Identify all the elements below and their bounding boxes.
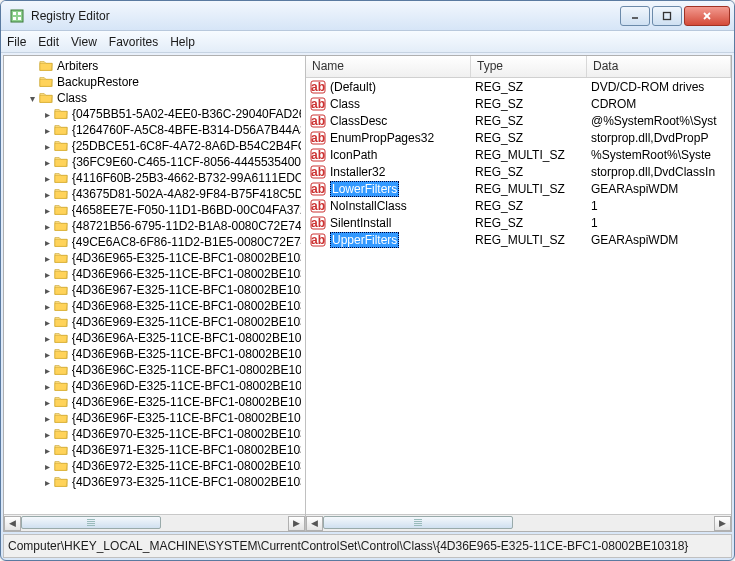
value-row[interactable]: IconPathREG_MULTI_SZ%SystemRoot%\Syste bbox=[306, 146, 731, 163]
column-data[interactable]: Data bbox=[587, 56, 731, 77]
expand-icon[interactable]: ▸ bbox=[42, 445, 53, 456]
folder-icon bbox=[53, 107, 69, 121]
expand-icon[interactable]: ▸ bbox=[42, 413, 53, 424]
expand-icon[interactable]: ▸ bbox=[42, 477, 53, 488]
tree-item[interactable]: ▸{4D36E971-E325-11CE-BFC1-08002BE10318} bbox=[4, 442, 305, 458]
tree-item[interactable]: ▸{4D36E96D-E325-11CE-BFC1-08002BE10318} bbox=[4, 378, 305, 394]
collapse-icon[interactable]: ▾ bbox=[26, 93, 38, 104]
value-row[interactable]: NoInstallClassREG_SZ1 bbox=[306, 197, 731, 214]
column-type[interactable]: Type bbox=[471, 56, 587, 77]
value-row[interactable]: (Default)REG_SZDVD/CD-ROM drives bbox=[306, 78, 731, 95]
expand-icon[interactable]: ▸ bbox=[42, 109, 53, 120]
tree-item[interactable]: ▸{49CE6AC8-6F86-11D2-B1E5-0080C72E74A2} bbox=[4, 234, 305, 250]
expand-icon[interactable]: ▸ bbox=[42, 301, 53, 312]
expand-icon[interactable]: ▸ bbox=[42, 269, 53, 280]
tree-item[interactable]: ▸{4658EE7E-F050-11D1-B6BD-00C04FA372A7} bbox=[4, 202, 305, 218]
value-row[interactable]: EnumPropPages32REG_SZstorprop.dll,DvdPro… bbox=[306, 129, 731, 146]
value-row[interactable]: LowerFiltersREG_MULTI_SZGEARAspiWDM bbox=[306, 180, 731, 197]
tree-item[interactable]: ▸{36FC9E60-C465-11CF-8056-444553540000} bbox=[4, 154, 305, 170]
expand-icon[interactable]: ▸ bbox=[42, 333, 53, 344]
expand-icon[interactable]: ▸ bbox=[42, 285, 53, 296]
tree-item-label: {4D36E972-E325-11CE-BFC1-08002BE10318} bbox=[72, 459, 301, 473]
scroll-thumb[interactable] bbox=[21, 516, 161, 529]
tree-item[interactable]: ▸{4D36E96A-E325-11CE-BFC1-08002BE10318} bbox=[4, 330, 305, 346]
titlebar[interactable]: Registry Editor bbox=[1, 1, 734, 31]
tree-item[interactable]: ▸{48721B56-6795-11D2-B1A8-0080C72E74A2} bbox=[4, 218, 305, 234]
tree-item[interactable]: ▸{4D36E973-E325-11CE-BFC1-08002BE10318} bbox=[4, 474, 305, 490]
value-data: storprop.dll,DvdClassIn bbox=[587, 165, 731, 179]
tree-item[interactable]: ▸{4D36E966-E325-11CE-BFC1-08002BE10318} bbox=[4, 266, 305, 282]
value-name-cell: ClassDesc bbox=[306, 113, 471, 129]
tree-hscrollbar[interactable]: ◀ ▶ bbox=[4, 514, 305, 531]
tree-item[interactable]: ▸{0475BB51-5A02-4EE0-B36C-29040FAD2650} bbox=[4, 106, 305, 122]
expand-icon[interactable]: ▸ bbox=[42, 221, 53, 232]
tree-item[interactable]: ▸{4D36E965-E325-11CE-BFC1-08002BE10318} bbox=[4, 250, 305, 266]
column-name[interactable]: Name bbox=[306, 56, 471, 77]
menu-help[interactable]: Help bbox=[170, 35, 195, 49]
tree-item[interactable]: ▸{4D36E96C-E325-11CE-BFC1-08002BE10318} bbox=[4, 362, 305, 378]
value-row[interactable]: ClassDescREG_SZ@%SystemRoot%\Syst bbox=[306, 112, 731, 129]
scroll-right-button[interactable]: ▶ bbox=[714, 516, 731, 531]
close-button[interactable] bbox=[684, 6, 730, 26]
minimize-button[interactable] bbox=[620, 6, 650, 26]
expand-icon[interactable]: ▸ bbox=[42, 461, 53, 472]
expand-icon[interactable]: ▸ bbox=[42, 173, 53, 184]
value-row[interactable]: ClassREG_SZCDROM bbox=[306, 95, 731, 112]
values-header: Name Type Data bbox=[306, 56, 731, 78]
value-row[interactable]: Installer32REG_SZstorprop.dll,DvdClassIn bbox=[306, 163, 731, 180]
scroll-right-button[interactable]: ▶ bbox=[288, 516, 305, 531]
scroll-left-button[interactable]: ◀ bbox=[306, 516, 323, 531]
tree-body[interactable]: ·Arbiters·BackupRestore▾Class▸{0475BB51-… bbox=[4, 56, 305, 514]
menu-favorites[interactable]: Favorites bbox=[109, 35, 158, 49]
value-row[interactable]: SilentInstallREG_SZ1 bbox=[306, 214, 731, 231]
tree-item[interactable]: ▸{1264760F-A5C8-4BFE-B314-D56A7B44A362} bbox=[4, 122, 305, 138]
folder-icon bbox=[53, 411, 69, 425]
values-list[interactable]: (Default)REG_SZDVD/CD-ROM drivesClassREG… bbox=[306, 78, 731, 514]
tree-item[interactable]: ▸{4D36E96E-E325-11CE-BFC1-08002BE10318} bbox=[4, 394, 305, 410]
tree-item[interactable]: ·BackupRestore bbox=[4, 74, 305, 90]
scroll-track[interactable] bbox=[21, 516, 288, 531]
value-name-cell: LowerFilters bbox=[306, 181, 471, 197]
tree-item-label: {4D36E968-E325-11CE-BFC1-08002BE10318} bbox=[72, 299, 301, 313]
expand-icon[interactable]: ▸ bbox=[42, 189, 53, 200]
expand-icon[interactable]: ▸ bbox=[42, 157, 53, 168]
scroll-left-button[interactable]: ◀ bbox=[4, 516, 21, 531]
expand-icon[interactable]: ▸ bbox=[42, 349, 53, 360]
tree-item[interactable]: ▸{4D36E967-E325-11CE-BFC1-08002BE10318} bbox=[4, 282, 305, 298]
expand-icon[interactable]: ▸ bbox=[42, 205, 53, 216]
expand-icon[interactable]: ▸ bbox=[42, 237, 53, 248]
values-hscrollbar[interactable]: ◀ ▶ bbox=[306, 514, 731, 531]
menu-file[interactable]: File bbox=[7, 35, 26, 49]
expand-icon[interactable]: ▸ bbox=[42, 141, 53, 152]
tree-item-label: {4658EE7E-F050-11D1-B6BD-00C04FA372A7} bbox=[72, 203, 301, 217]
value-row[interactable]: UpperFiltersREG_MULTI_SZGEARAspiWDM bbox=[306, 231, 731, 248]
tree-item[interactable]: ▸{4D36E96B-E325-11CE-BFC1-08002BE10318} bbox=[4, 346, 305, 362]
expand-icon[interactable]: ▸ bbox=[42, 429, 53, 440]
tree-item[interactable]: ▸{4D36E96F-E325-11CE-BFC1-08002BE10318} bbox=[4, 410, 305, 426]
tree-item[interactable]: ▸{43675D81-502A-4A82-9F84-B75F418C5DEA} bbox=[4, 186, 305, 202]
value-type: REG_MULTI_SZ bbox=[471, 148, 587, 162]
expand-icon[interactable]: ▸ bbox=[42, 125, 53, 136]
maximize-button[interactable] bbox=[652, 6, 682, 26]
expand-icon[interactable]: ▸ bbox=[42, 397, 53, 408]
tree-item[interactable]: ▸{4D36E969-E325-11CE-BFC1-08002BE10318} bbox=[4, 314, 305, 330]
scroll-thumb[interactable] bbox=[323, 516, 513, 529]
menu-view[interactable]: View bbox=[71, 35, 97, 49]
value-name: (Default) bbox=[330, 80, 376, 94]
tree-item[interactable]: ▸{25DBCE51-6C8F-4A72-8A6D-B54C2B4FC835} bbox=[4, 138, 305, 154]
tree-item[interactable]: ▸{4D36E972-E325-11CE-BFC1-08002BE10318} bbox=[4, 458, 305, 474]
tree-item[interactable]: ▸{4116F60B-25B3-4662-B732-99A6111EDC0B} bbox=[4, 170, 305, 186]
tree-item[interactable]: ▸{4D36E970-E325-11CE-BFC1-08002BE10318} bbox=[4, 426, 305, 442]
expand-icon[interactable]: ▸ bbox=[42, 253, 53, 264]
tree-item-label: {43675D81-502A-4A82-9F84-B75F418C5DEA} bbox=[72, 187, 301, 201]
expand-icon[interactable]: ▸ bbox=[42, 381, 53, 392]
tree-item[interactable]: ▾Class bbox=[4, 90, 305, 106]
scroll-track[interactable] bbox=[323, 516, 714, 531]
menu-edit[interactable]: Edit bbox=[38, 35, 59, 49]
tree-item[interactable]: ·Arbiters bbox=[4, 58, 305, 74]
expand-icon[interactable]: ▸ bbox=[42, 365, 53, 376]
tree-item-label: {4D36E96D-E325-11CE-BFC1-08002BE10318} bbox=[72, 379, 301, 393]
folder-icon bbox=[53, 363, 69, 377]
tree-item[interactable]: ▸{4D36E968-E325-11CE-BFC1-08002BE10318} bbox=[4, 298, 305, 314]
expand-icon[interactable]: ▸ bbox=[42, 317, 53, 328]
